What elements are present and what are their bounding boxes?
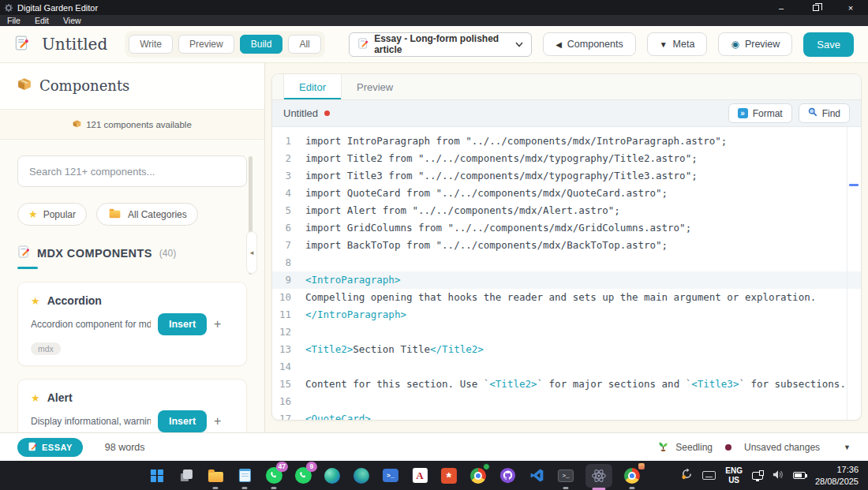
add-button[interactable]: + [214, 317, 221, 331]
language-indicator[interactable]: ENG US [725, 466, 743, 484]
edge-button[interactable] [323, 466, 342, 486]
search-input[interactable] [17, 155, 247, 187]
component-description: Display informational, warning, or... [31, 416, 151, 427]
digital-garden-editor-taskbar-button[interactable] [586, 464, 612, 488]
preview-button[interactable]: ◉ Preview [718, 32, 792, 56]
code-line[interactable]: 17<QuoteCard> [272, 410, 861, 420]
component-name: Alert [47, 391, 73, 404]
code-line[interactable]: 5import Alert from "../../components/mdx… [272, 202, 861, 219]
chrome-profile-button[interactable] [623, 466, 642, 486]
touch-keyboard-icon[interactable] [702, 471, 716, 480]
code-line[interactable]: 14 [272, 358, 861, 376]
vscode-button[interactable] [527, 466, 546, 486]
meta-button[interactable]: ▼ Meta [647, 32, 708, 56]
tab-editor[interactable]: Editor [283, 74, 342, 99]
code-line[interactable]: 11</IntroParagraph> [272, 306, 861, 324]
autocad-button[interactable]: A [410, 466, 429, 486]
type-badge-label: ESSAY [42, 443, 73, 452]
edge-2-button[interactable] [352, 466, 371, 486]
github-button[interactable] [498, 466, 517, 486]
sidebar-collapse-handle[interactable]: ◂ [246, 231, 257, 274]
start-button[interactable] [148, 466, 166, 486]
save-button[interactable]: Save [803, 32, 854, 57]
all-categories-filter-pill[interactable]: All Categories [96, 203, 198, 226]
file-explorer-button[interactable] [206, 466, 225, 486]
star-icon: ★ [31, 295, 40, 307]
code-text: import Title3 from "../../components/mdx… [305, 167, 698, 185]
code-line[interactable]: 3import Title3 from "../../components/md… [272, 167, 861, 185]
availability-label: 121 components available [86, 120, 192, 129]
code-line[interactable]: 12 [272, 324, 861, 341]
close-button[interactable]: × [833, 0, 868, 15]
code-line[interactable]: 1import IntroParagraph from "../../compo… [272, 133, 861, 150]
code-line[interactable]: 9<IntroParagraph> [272, 271, 861, 289]
format-button[interactable]: » Format [728, 103, 792, 123]
popular-filter-pill[interactable]: ★ Popular [17, 203, 87, 226]
sidebar-header: Components [0, 63, 264, 110]
window-title: Digital Garden Editor [17, 3, 98, 13]
write-mode-button[interactable]: Write [129, 35, 173, 54]
toolbar: Untitled Write Preview Build All Essay -… [0, 26, 868, 63]
code-line[interactable]: 6import GridColumns from "../../componen… [272, 219, 861, 237]
chrome-icon [624, 468, 640, 484]
memo-icon [357, 38, 369, 51]
whatsapp-2-button[interactable]: 9 [294, 466, 312, 486]
terminal-button[interactable]: >_ [556, 466, 575, 486]
menu-edit[interactable]: Edit [28, 15, 56, 26]
package-icon [73, 119, 81, 129]
whatsapp-button[interactable]: 47 [264, 466, 283, 486]
chrome-status-badge [483, 463, 490, 470]
growth-stage-label: Seedling [675, 442, 713, 453]
editor-scrollbar-thumb[interactable] [849, 184, 859, 186]
filter-pills: ★ Popular All Categories [17, 203, 247, 226]
status-chevron-icon[interactable]: ▼ [844, 443, 851, 451]
red-app-button[interactable]: * [440, 466, 458, 486]
tab-preview[interactable]: Preview [342, 74, 408, 99]
code-line[interactable]: 7import BackToTop from "../../components… [272, 237, 861, 254]
build-mode-button[interactable]: Build [240, 35, 283, 54]
line-number: 9 [272, 271, 305, 289]
minimize-button[interactable]: – [764, 0, 799, 15]
line-number: 6 [272, 219, 305, 237]
volume-icon[interactable] [773, 469, 784, 483]
menu-view[interactable]: View [56, 15, 88, 26]
update-sync-icon[interactable] [681, 468, 693, 483]
components-panel-button[interactable]: ◀ Components [543, 32, 636, 56]
meta-button-label: Meta [673, 39, 695, 50]
essay-type-badge[interactable]: ESSAY [17, 438, 83, 457]
code-editor[interactable]: 1import IntroParagraph from "../../compo… [272, 127, 861, 420]
template-select-value: Essay - Long-form polished article [374, 33, 510, 55]
code-line[interactable]: 13<Title2>Section Title</Title2> [272, 341, 861, 358]
notepad-button[interactable] [235, 466, 254, 486]
code-line[interactable]: 16 [272, 393, 861, 410]
word-count: 98 words [105, 442, 145, 453]
all-mode-button[interactable]: All [288, 35, 320, 54]
insert-button[interactable]: Insert [158, 313, 207, 335]
file-header: Untitled » Format Find [272, 100, 861, 127]
add-button[interactable]: + [214, 414, 221, 428]
line-number: 3 [272, 167, 305, 185]
task-view-button[interactable] [177, 466, 196, 486]
insert-button[interactable]: Insert [158, 410, 207, 432]
line-number: 16 [272, 393, 305, 410]
star-icon: ★ [31, 392, 40, 404]
chrome-button[interactable] [469, 466, 488, 486]
code-line[interactable]: 10Compelling opening that hooks the read… [272, 289, 861, 306]
unsaved-dot-icon [324, 110, 330, 116]
powershell-button[interactable]: >_ [381, 466, 400, 486]
preview-mode-button[interactable]: Preview [178, 35, 234, 54]
battery-icon[interactable] [793, 472, 806, 479]
find-button[interactable]: Find [799, 103, 850, 123]
code-line[interactable]: 15Content for this section. Use `<Title2… [272, 376, 861, 393]
code-line[interactable]: 4import QuoteCard from "../../components… [272, 185, 861, 202]
code-line[interactable]: 2import Title2 from "../../components/md… [272, 150, 861, 167]
components-available-text: 121 components available [0, 110, 264, 140]
network-icon[interactable] [752, 472, 763, 480]
code-line[interactable]: 8 [272, 254, 861, 271]
editor-area: Editor Preview Untitled » Format [265, 63, 868, 432]
maximize-button[interactable] [799, 0, 833, 15]
template-select[interactable]: Essay - Long-form polished article [349, 32, 532, 57]
clock[interactable]: 17:36 28/08/2025 [815, 464, 859, 487]
chrome-icon [470, 468, 486, 484]
menu-file[interactable]: File [0, 15, 28, 26]
